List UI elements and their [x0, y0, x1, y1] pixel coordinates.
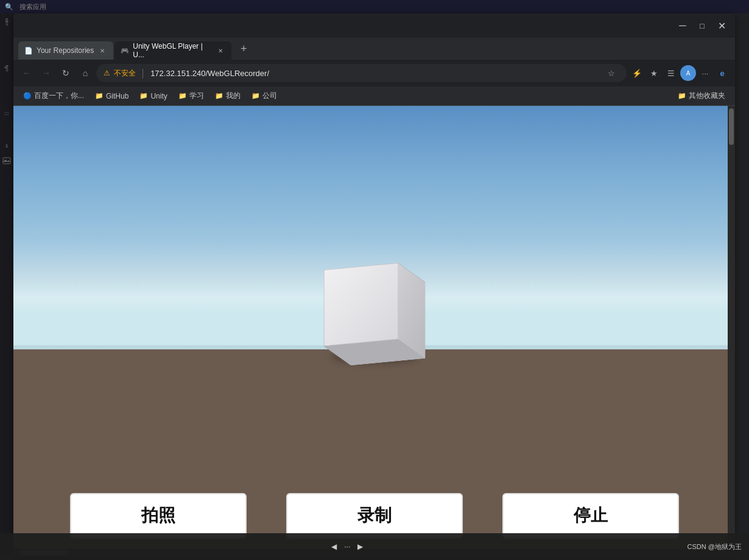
bookmark-github-label: GitHub [106, 92, 128, 100]
other-folder-icon: 📁 [678, 92, 686, 100]
study-folder-icon: 📁 [178, 92, 187, 100]
tab-unity-label: Unity WebGL Player | U... [133, 42, 212, 59]
tab-unity-close[interactable]: ✕ [216, 46, 225, 55]
company-folder-icon: 📁 [251, 92, 260, 100]
tab-unity[interactable]: 🎮 Unity WebGL Player | U... ✕ [114, 41, 231, 60]
photo-button[interactable]: 拍照 [70, 493, 247, 539]
home-button[interactable]: ⌂ [77, 65, 94, 82]
security-warning-icon: ⚠ [104, 69, 110, 77]
bookmark-github[interactable]: 📁 GitHub [90, 91, 133, 102]
taskbar-nav-right[interactable]: ▶ [357, 542, 363, 551]
address-bar[interactable]: ⚠ 不安全 │ 172.32.151.240/WebGLRecorder/ ☆ [96, 64, 627, 82]
reload-button[interactable]: ↻ [57, 65, 74, 82]
bookmark-study[interactable]: 📁 学习 [174, 89, 209, 102]
csdn-watermark: CSDN @地狱为王 [687, 542, 742, 551]
tab-repos-favicon: 📄 [24, 47, 33, 55]
menu-button[interactable]: ··· [697, 65, 713, 81]
extensions-icon[interactable]: ⚡ [629, 65, 645, 81]
os-taskbar-bottom: ◀ ··· ▶ CSDN @地狱为王 [0, 533, 749, 560]
toolbar-right: ⚡ ★ ☰ A ··· e [629, 65, 730, 81]
back-button[interactable]: ← [18, 65, 35, 82]
address-actions: ☆ [603, 65, 619, 81]
taskbar-center: ◀ ··· ▶ [331, 542, 363, 551]
bookmark-star-icon[interactable]: ☆ [603, 65, 619, 81]
left-label-4: 1 [5, 143, 8, 149]
unity-folder-icon: 📁 [139, 92, 148, 100]
bookmark-company[interactable]: 📁 公司 [247, 89, 282, 102]
left-panel: ck= ty= □ 1 [0, 13, 13, 556]
bookmark-mine-label: 我的 [226, 91, 241, 101]
bookmark-baidu[interactable]: 🔵 百度一下，你... [18, 89, 89, 102]
new-tab-button[interactable]: + [235, 40, 252, 57]
page-content[interactable]: 拍照 录制 停止 [13, 106, 735, 549]
webgl-scene[interactable]: 拍照 录制 停止 [13, 106, 735, 549]
forward-button[interactable]: → [38, 65, 55, 82]
svg-marker-1 [3, 159, 10, 162]
bookmark-study-label: 学习 [189, 91, 204, 101]
3d-cube [337, 272, 411, 355]
os-search-icon: 🔍 [5, 3, 13, 11]
close-button[interactable]: ✕ [713, 17, 730, 34]
left-label-3: □ [5, 111, 9, 116]
os-topbar: 🔍 搜索应用 [0, 0, 749, 13]
profile-avatar[interactable]: A [680, 65, 696, 81]
left-label-2: ty= [4, 65, 10, 72]
left-image-icon [2, 157, 11, 167]
left-label-1: ck= [4, 18, 10, 26]
collections-icon[interactable]: ☰ [663, 65, 679, 81]
bookmark-company-label: 公司 [262, 91, 277, 101]
mine-folder-icon: 📁 [215, 92, 223, 100]
vertical-scrollbar[interactable] [728, 106, 735, 549]
security-warning-text: 不安全 [114, 68, 136, 79]
taskbar-nav-dots[interactable]: ··· [344, 542, 350, 551]
taskbar-right: CSDN @地狱为王 [687, 542, 742, 551]
maximize-button[interactable]: □ [694, 17, 711, 34]
os-search-text: 搜索应用 [19, 2, 46, 12]
address-url: 172.32.151.240/WebGLRecorder/ [150, 69, 600, 78]
taskbar-nav-left[interactable]: ◀ [331, 542, 337, 551]
cube-face-front [323, 262, 398, 346]
stop-button[interactable]: 停止 [502, 493, 679, 539]
bookmark-baidu-label: 百度一下，你... [34, 91, 84, 101]
address-row: ← → ↻ ⌂ ⚠ 不安全 │ 172.32.151.240/WebGLReco… [13, 60, 735, 86]
browser-window: ─ □ ✕ 📄 Your Repositories ✕ 🎮 Unity WebG… [13, 13, 735, 556]
baidu-icon: 🔵 [23, 92, 32, 100]
address-separator: │ [141, 69, 146, 78]
tab-repos[interactable]: 📄 Your Repositories ✕ [18, 41, 113, 60]
bookmarks-bar: 🔵 百度一下，你... 📁 GitHub 📁 Unity 📁 学习 📁 我的 📁… [13, 86, 735, 106]
tab-repos-label: Your Repositories [37, 46, 94, 55]
bookmark-mine[interactable]: 📁 我的 [210, 89, 245, 102]
bookmark-unity[interactable]: 📁 Unity [135, 91, 172, 102]
tab-strip: 📄 Your Repositories ✕ 🎮 Unity WebGL Play… [13, 38, 735, 60]
favorites-icon[interactable]: ★ [646, 65, 662, 81]
bookmark-unity-label: Unity [150, 92, 167, 100]
title-bar: ─ □ ✕ [13, 13, 735, 38]
bookmark-other-label: 其他收藏夹 [689, 91, 725, 101]
bookmark-other[interactable]: 📁 其他收藏夹 [673, 89, 730, 102]
edge-icon[interactable]: e [714, 65, 730, 81]
scrollbar-thumb[interactable] [729, 108, 734, 145]
minimize-button[interactable]: ─ [674, 17, 691, 34]
tab-unity-favicon: 🎮 [121, 47, 129, 55]
record-button[interactable]: 录制 [286, 493, 463, 539]
github-folder-icon: 📁 [95, 92, 104, 100]
cube-container [335, 275, 414, 354]
tab-repos-close[interactable]: ✕ [97, 46, 107, 55]
